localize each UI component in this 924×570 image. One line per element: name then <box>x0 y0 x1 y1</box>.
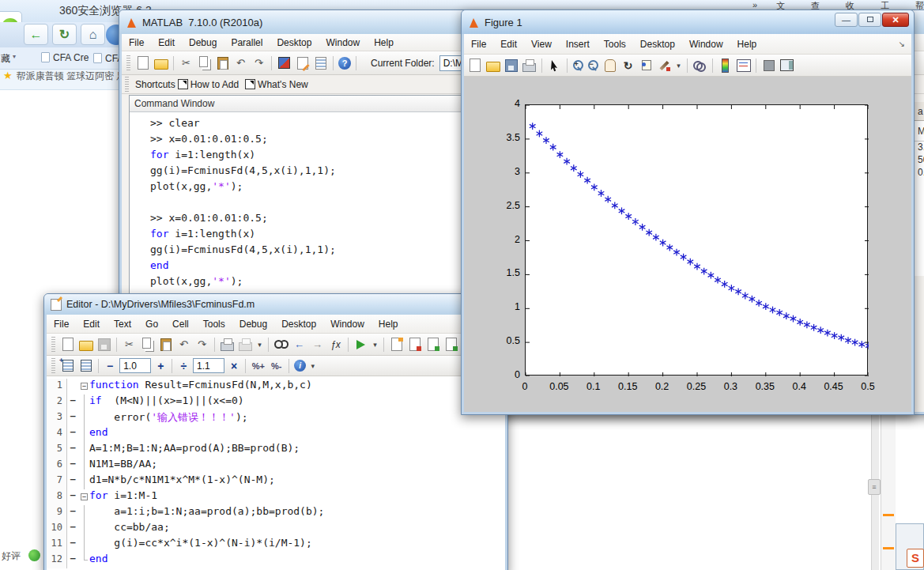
show-plot-tools-icon[interactable] <box>779 58 794 73</box>
toolbar-grip[interactable] <box>51 337 55 353</box>
dropdown-icon[interactable]: ▾ <box>675 58 682 73</box>
arrow-cursor-icon[interactable] <box>547 58 562 73</box>
menu-debug[interactable]: Debug <box>182 37 224 48</box>
menu-edit[interactable]: Edit <box>151 37 182 48</box>
cut-icon[interactable]: ✂ <box>122 337 137 352</box>
menu-file[interactable]: File <box>122 37 151 48</box>
menu-tools[interactable]: Tools <box>597 39 633 50</box>
go-forward-icon[interactable]: → <box>310 337 325 352</box>
menu-overflow-icon[interactable]: ↘ <box>899 40 905 48</box>
link-plots-icon[interactable] <box>692 58 707 73</box>
menu-window[interactable]: Window <box>323 319 371 330</box>
paste-icon[interactable] <box>215 55 230 70</box>
simulink-icon[interactable] <box>277 55 292 70</box>
open-folder-icon[interactable] <box>78 337 93 352</box>
increase-value-button[interactable]: + <box>153 360 168 372</box>
new-document-icon[interactable] <box>60 337 75 352</box>
brush-icon[interactable] <box>657 58 672 73</box>
new-document-icon[interactable] <box>467 58 482 73</box>
editor-code-area[interactable]: 1−function Result=FcminusFd(N,M,x,b,c)2−… <box>47 376 505 570</box>
code-fold-toggle[interactable]: − <box>81 493 88 500</box>
guide-icon[interactable] <box>295 55 310 70</box>
find-icon[interactable] <box>273 337 289 352</box>
function-hints-icon[interactable]: ƒx <box>328 337 343 352</box>
close-button[interactable]: ✕ <box>882 13 909 27</box>
cell-info-icon[interactable]: i <box>294 360 306 372</box>
menu-edit[interactable]: Edit <box>493 39 524 50</box>
print-preview-icon[interactable] <box>238 337 253 352</box>
new-cell-icon[interactable] <box>389 337 404 352</box>
favorites-caret-icon[interactable]: ▾ <box>13 53 16 60</box>
delete-cell-icon[interactable] <box>407 337 422 352</box>
run-icon[interactable] <box>353 337 368 352</box>
favorites-label-partial[interactable]: 藏 <box>1 52 10 66</box>
undo-icon[interactable]: ↶ <box>176 337 191 352</box>
evaluate-cell-advance-icon[interactable] <box>443 337 458 352</box>
shortcuts-label[interactable]: Shortcuts <box>135 79 175 90</box>
shortcut-icon[interactable] <box>178 79 188 89</box>
menu-help[interactable]: Help <box>730 39 764 50</box>
menu-window[interactable]: Window <box>682 39 730 50</box>
menu-insert[interactable]: Insert <box>559 39 597 50</box>
menu-cell[interactable]: Cell <box>165 319 196 330</box>
redo-icon[interactable]: ↷ <box>194 337 209 352</box>
editor-titlebar[interactable]: Editor - D:\MyDrivers\Mfiles3\FcminusFd.… <box>44 294 507 315</box>
figure-titlebar[interactable]: Figure 1 — ✕ <box>462 10 914 34</box>
restore-button[interactable] <box>858 13 881 27</box>
workspace-tab[interactable]: a <box>915 102 924 121</box>
percent-add-icon[interactable]: %+ <box>251 358 266 373</box>
zoom-in-icon[interactable]: + <box>572 59 584 71</box>
workspace-column-header[interactable]: M <box>915 121 924 142</box>
menu-tools[interactable]: Tools <box>196 319 232 330</box>
rotate-3d-icon[interactable]: ↻ <box>620 58 635 73</box>
data-cursor-icon[interactable] <box>639 58 654 73</box>
menu-debug[interactable]: Debug <box>232 319 274 330</box>
save-disabled-icon[interactable] <box>96 337 111 352</box>
insert-cell-divider-icon[interactable] <box>60 358 75 373</box>
dropdown-icon[interactable]: ▾ <box>256 337 263 352</box>
divide-value-button[interactable]: ÷ <box>175 360 191 372</box>
menu-help[interactable]: Help <box>371 319 405 330</box>
whats-new-link[interactable]: What's New <box>258 79 308 90</box>
menu-desktop[interactable]: Desktop <box>270 37 319 48</box>
evaluate-cell-icon[interactable] <box>425 337 440 352</box>
shortcut-icon[interactable] <box>245 79 255 89</box>
plot-axes[interactable] <box>525 104 868 376</box>
toolbar-grip[interactable] <box>125 77 129 92</box>
insert-cell-divider-below-icon[interactable] <box>78 358 93 373</box>
code-fold-toggle[interactable]: − <box>81 383 88 390</box>
save-icon[interactable] <box>503 58 519 73</box>
new-document-icon[interactable] <box>135 55 150 70</box>
quick-bookmark-link[interactable]: 帮派康普顿 篮球迈阿密 足 <box>17 70 126 81</box>
zoom-out-icon[interactable]: − <box>587 59 599 71</box>
menu-file[interactable]: File <box>464 39 493 50</box>
safety-indicator-icon[interactable] <box>28 549 40 561</box>
copy-icon[interactable] <box>140 337 155 352</box>
go-back-icon[interactable]: ← <box>292 337 307 352</box>
copy-icon[interactable] <box>197 55 212 70</box>
help-icon[interactable]: ? <box>338 57 351 70</box>
redo-icon[interactable]: ↷ <box>251 55 266 70</box>
menu-text[interactable]: Text <box>107 319 138 330</box>
cell-value1-input[interactable]: 1.0 <box>119 358 151 373</box>
menu-file[interactable]: File <box>47 319 76 330</box>
menu-window[interactable]: Window <box>319 37 367 48</box>
menu-edit[interactable]: Edit <box>76 319 107 330</box>
menu-help[interactable]: Help <box>367 37 401 48</box>
dropdown-icon[interactable]: ▾ <box>371 337 379 352</box>
paste-icon[interactable] <box>158 337 173 352</box>
home-button[interactable]: ⌂ <box>81 24 105 45</box>
open-folder-icon[interactable] <box>153 55 168 70</box>
multiply-value-button[interactable]: × <box>226 360 242 372</box>
undo-icon[interactable]: ↶ <box>233 55 248 70</box>
bookmark-item[interactable]: CFA Cre <box>41 52 89 63</box>
ime-badge[interactable]: S <box>907 549 924 568</box>
print-icon[interactable] <box>522 58 537 73</box>
hide-plot-tools-icon[interactable] <box>761 58 776 73</box>
menu-parallel[interactable]: Parallel <box>224 37 270 48</box>
open-folder-icon[interactable] <box>485 58 500 73</box>
cell-value2-input[interactable]: 1.1 <box>193 358 224 373</box>
profiler-icon[interactable] <box>313 55 328 70</box>
insert-legend-icon[interactable] <box>736 58 751 73</box>
toolbar-grip[interactable] <box>126 55 130 71</box>
